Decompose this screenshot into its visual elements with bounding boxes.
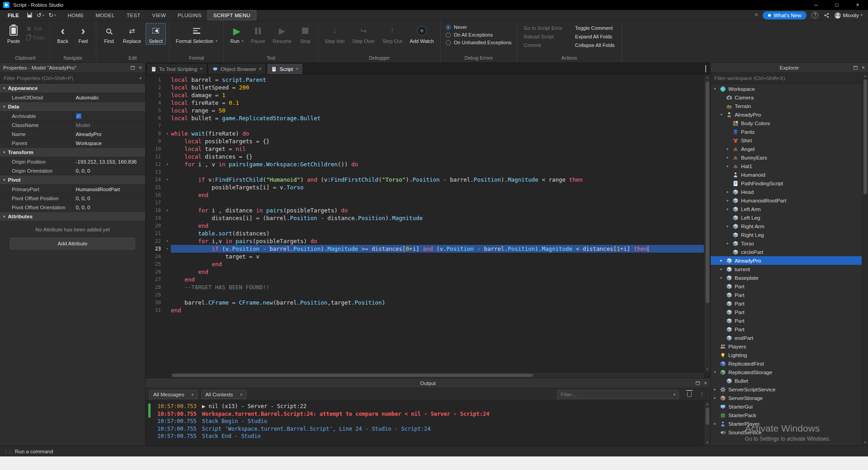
property-section-pivot[interactable]: ▾Pivot <box>0 175 145 185</box>
doc-tab-object-browser[interactable]: Object Browser× <box>208 63 266 74</box>
forward-button[interactable]: › Fwd <box>74 23 93 45</box>
step-into-button[interactable]: ↓ Step Into <box>321 23 348 45</box>
action-reload-script[interactable]: Reload Script <box>524 34 563 39</box>
user-menu[interactable]: Mioxity ▾ <box>835 12 863 19</box>
tree-item-humanoid[interactable]: Humanoid <box>711 170 868 179</box>
tree-item-terrain[interactable]: Terrain <box>711 102 868 110</box>
code-line-20[interactable]: 20 end <box>146 222 704 230</box>
collapse-ribbon-icon[interactable]: ^ <box>755 13 758 18</box>
property-value[interactable]: HumanoidRootPart <box>73 185 146 193</box>
replace-button[interactable]: ⇄ Replace <box>120 23 144 45</box>
paste-button[interactable]: Paste <box>4 23 23 45</box>
tree-item-alreadypro[interactable]: ▾AlreadyPro <box>711 110 868 119</box>
checkbox-checked-icon[interactable]: ✓ <box>76 113 81 119</box>
tree-item-part[interactable]: Part <box>711 308 868 316</box>
chevron-right-icon[interactable]: ▸ <box>725 207 730 211</box>
code-line-11[interactable]: 11 local distances = {} <box>146 153 704 160</box>
close-panel-icon[interactable]: × <box>704 381 707 386</box>
code-line-23[interactable]: 23▾ if (v.Position - barrel.Position).Ma… <box>146 245 704 253</box>
tree-item-pathfindingscript[interactable]: PathFindingScript <box>711 179 868 188</box>
property-value[interactable]: 0, 0, 0 <box>73 203 146 212</box>
action-expand-all-folds[interactable]: Expand All Folds <box>575 34 614 39</box>
tree-item-replicatedfirst[interactable]: ReplicatedFirst <box>711 359 868 368</box>
explorer-filter-input[interactable] <box>714 75 859 81</box>
tree-item-alreadypro[interactable]: ▸AlreadyPro <box>711 256 868 265</box>
code-line-13[interactable]: 13 <box>146 168 704 176</box>
code-line-5[interactable]: 5local range = 50 <box>146 107 704 114</box>
tree-item-left-arm[interactable]: ▸Left Arm <box>711 205 868 213</box>
code-editor[interactable]: 1local barrel = script.Parent2local bull… <box>146 75 710 378</box>
code-line-16[interactable]: 16 end <box>146 191 704 199</box>
chevron-right-icon[interactable]: ▸ <box>725 164 730 168</box>
save-button[interactable] <box>25 10 34 20</box>
code-line-31[interactable]: 31end <box>146 306 704 314</box>
output-line[interactable]: 10:57:00.753▶ nil (x13) - Server - Scrip… <box>157 403 704 410</box>
tree-item-bunnyears[interactable]: ▸BunnyEars <box>711 153 868 162</box>
close-tab-icon[interactable]: × <box>296 66 298 71</box>
output-filter-input[interactable] <box>561 392 670 397</box>
editor-scrollbar-vertical[interactable]: ▴ ▾ <box>704 75 710 372</box>
code-line-21[interactable]: 21 table.sort(distances) <box>146 230 704 237</box>
scroll-up-icon[interactable]: ▴ <box>704 75 710 81</box>
select-button[interactable]: Select <box>146 23 166 45</box>
code-line-29[interactable]: 29 <box>146 291 704 299</box>
ribbon-tab-plugins[interactable]: PLUGINS <box>172 10 208 20</box>
code-line-15[interactable]: 15 posibleTargets[i] = v.Torso <box>146 183 704 191</box>
file-menu-button[interactable]: FILE <box>2 10 25 20</box>
tree-item-angel[interactable]: ▸Angel <box>711 145 868 153</box>
tree-item-endpart[interactable]: endPart <box>711 334 868 342</box>
code-line-26[interactable]: 26 end <box>146 268 704 276</box>
editor-scrollbar-horizontal[interactable] <box>171 372 704 378</box>
maximize-button[interactable]: □ <box>826 0 847 10</box>
tree-item-right-leg[interactable]: Right Leg <box>711 230 868 239</box>
property-value[interactable]: Model <box>73 121 146 129</box>
tree-item-hat1[interactable]: ▸Hat1 <box>711 162 868 170</box>
code-line-2[interactable]: 2local bulletSpeed = 200 <box>146 84 704 91</box>
redo-button[interactable]: ↻▾ <box>46 10 58 20</box>
code-line-30[interactable]: 30 barrel.CFrame = CFrame.new(barrel.Pos… <box>146 299 704 306</box>
fold-chevron-icon[interactable]: ▾ <box>164 160 171 168</box>
action-collapse-all-folds[interactable]: Collapse All Folds <box>575 42 614 48</box>
debug-errors-option-on-unhandled-exceptions[interactable]: On Unhandled Exceptions <box>446 40 512 45</box>
tree-item-right-arm[interactable]: ▸Right Arm <box>711 222 868 230</box>
output-line[interactable]: 10:57:00.755Stack End - Studio <box>157 432 704 440</box>
ribbon-tab-model[interactable]: MODEL <box>90 10 120 20</box>
code-line-7[interactable]: 7 <box>146 122 704 130</box>
ribbon-tab-script-menu[interactable]: SCRIPT MENU <box>208 10 256 20</box>
output-line[interactable]: 10:57:00.755Stack Begin - Studio <box>157 418 704 425</box>
fold-chevron-icon[interactable]: ▾ <box>164 176 171 183</box>
scroll-down-icon[interactable]: ▾ <box>862 439 868 446</box>
code-line-3[interactable]: 3local damage = 1 <box>146 91 704 99</box>
tree-item-head[interactable]: ▸Head <box>711 188 868 196</box>
cut-button[interactable]: Cut <box>26 26 45 31</box>
doc-tab-script[interactable]: Script× <box>267 63 302 74</box>
scroll-up-icon[interactable]: ▴ <box>862 73 868 79</box>
scroll-up-icon[interactable]: ▴ <box>704 401 710 407</box>
chevron-right-icon[interactable]: ▸ <box>725 190 730 194</box>
close-tab-icon[interactable]: × <box>200 66 203 71</box>
scrollbar-thumb[interactable] <box>706 408 709 425</box>
tree-item-replicatedstorage[interactable]: ▾ReplicatedStorage <box>711 368 868 376</box>
chevron-down-icon[interactable]: ▾ <box>719 113 724 117</box>
properties-filter-input[interactable] <box>4 75 137 81</box>
stop-button[interactable]: Stop <box>296 23 315 45</box>
split-editor-icon[interactable] <box>705 66 706 72</box>
property-value[interactable]: 0, 0, 0 <box>73 194 146 202</box>
property-section-appearance[interactable]: ▾Appearance <box>0 84 145 93</box>
tree-item-baseplate[interactable]: ▸Baseplate <box>711 273 868 282</box>
ribbon-tab-test[interactable]: TEST <box>121 10 146 20</box>
resume-button[interactable]: ▶ Resume <box>269 23 294 45</box>
chevron-right-icon[interactable]: ▸ <box>719 267 724 271</box>
tree-item-starterplayer[interactable]: ▸StarterPlayer <box>711 419 868 428</box>
close-button[interactable]: × <box>847 0 868 10</box>
chevron-down-icon[interactable]: ▾ <box>712 370 717 374</box>
code-line-17[interactable]: 17 <box>146 199 704 207</box>
close-panel-icon[interactable]: × <box>139 65 142 70</box>
code-line-19[interactable]: 19 distances[i] = (barrel.Position - dis… <box>146 214 704 222</box>
chevron-down-icon[interactable]: ▾ <box>712 87 717 91</box>
tree-item-left-leg[interactable]: Left Leg <box>711 213 868 222</box>
tree-item-part[interactable]: Part <box>711 299 868 308</box>
output-menu-icon[interactable]: ⋮ <box>697 391 707 398</box>
output-line[interactable]: 10:57:00.755Workspace.turrent.Barrel.Scr… <box>157 410 704 418</box>
step-over-button[interactable]: ↪ Step Over <box>349 23 378 45</box>
